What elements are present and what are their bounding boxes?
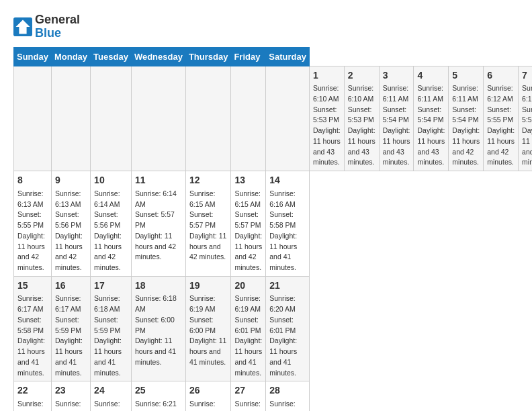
daylight-text: Daylight: 11 hours and 42 minutes. [452,126,480,166]
calendar-day-17: 17Sunrise: 6:18 AMSunset: 5:59 PMDayligh… [91,276,132,381]
calendar-day-11: 11Sunrise: 6:14 AMSunset: 5:57 PMDayligh… [131,171,185,277]
day-number: 20 [234,279,262,293]
calendar-day-10: 10Sunrise: 6:14 AMSunset: 5:56 PMDayligh… [91,171,132,277]
sunset-text: Sunset: 6:00 PM [135,316,175,334]
calendar-day-4: 4Sunrise: 6:11 AMSunset: 5:54 PMDaylight… [414,66,449,171]
calendar-day-16: 16Sunrise: 6:17 AMSunset: 5:59 PMDayligh… [51,276,90,381]
empty-cell [91,66,132,171]
day-header-friday: Friday [231,47,266,66]
calendar-day-6: 6Sunrise: 6:12 AMSunset: 5:55 PMDaylight… [484,66,519,171]
empty-cell [266,66,310,171]
calendar-day-27: 27Sunrise: 6:22 AMSunset: 6:04 PMDayligh… [231,381,266,411]
day-number: 1 [313,69,341,83]
day-number: 21 [269,279,306,293]
daylight-text: Daylight: 11 hours and 42 minutes. [135,232,176,261]
calendar-week-2: 8Sunrise: 6:13 AMSunset: 5:55 PMDaylight… [14,171,533,277]
day-number: 16 [55,279,87,293]
empty-cell [131,66,185,171]
sunrise-text: Sunrise: 6:13 AM [55,189,81,208]
day-number: 27 [234,384,262,398]
calendar-day-12: 12Sunrise: 6:15 AMSunset: 5:57 PMDayligh… [185,171,231,277]
sunset-text: Sunset: 5:59 PM [94,316,120,334]
day-header-thursday: Thursday [185,47,231,66]
calendar-day-26: 26Sunrise: 6:22 AMSunset: 6:04 PMDayligh… [185,381,231,411]
daylight-text: Daylight: 11 hours and 42 minutes. [94,232,122,271]
daylight-text: Daylight: 11 hours and 42 minutes. [522,126,532,166]
sunrise-text: Sunrise: 6:19 AM [189,294,216,313]
empty-cell [14,66,52,171]
sunrise-text: Sunrise: 6:18 AM [94,294,120,313]
sunset-text: Sunset: 5:54 PM [383,105,409,124]
sunrise-text: Sunrise: 6:12 AM [487,84,513,103]
daylight-text: Daylight: 11 hours and 42 minutes. [55,232,83,271]
day-number: 23 [55,384,87,398]
day-number: 17 [94,279,128,293]
calendar-week-4: 22Sunrise: 6:20 AMSunset: 6:02 PMDayligh… [14,381,533,411]
calendar-day-18: 18Sunrise: 6:18 AMSunset: 6:00 PMDayligh… [131,276,185,381]
sunrise-text: Sunrise: 6:17 AM [17,294,44,313]
day-number: 25 [135,384,182,398]
day-number: 9 [55,174,87,187]
sunrise-text: Sunrise: 6:18 AM [135,294,177,313]
sunrise-text: Sunrise: 6:14 AM [135,189,177,208]
day-number: 6 [487,69,515,83]
day-number: 22 [17,384,48,398]
calendar-day-3: 3Sunrise: 6:11 AMSunset: 5:54 PMDaylight… [379,66,414,171]
sunset-text: Sunset: 5:59 PM [55,316,81,334]
sunrise-text: Sunrise: 6:10 AM [313,84,339,103]
sunrise-text: Sunrise: 6:20 AM [269,294,296,313]
day-header-wednesday: Wednesday [131,47,185,66]
sunset-text: Sunset: 5:54 PM [452,105,478,124]
day-number: 3 [383,69,410,83]
sunset-text: Sunset: 5:53 PM [313,105,339,124]
logo-text: General Blue [35,13,80,40]
sunrise-text: Sunrise: 6:15 AM [234,189,261,208]
day-number: 28 [269,384,306,398]
sunrise-text: Sunrise: 6:21 AM [94,400,120,411]
sunset-text: Sunset: 5:55 PM [487,105,513,124]
day-header-sunday: Sunday [14,47,52,66]
calendar-day-15: 15Sunrise: 6:17 AMSunset: 5:58 PMDayligh… [14,276,52,381]
sunset-text: Sunset: 5:57 PM [234,210,261,229]
sunrise-text: Sunrise: 6:23 AM [269,400,296,411]
calendar-day-2: 2Sunrise: 6:10 AMSunset: 5:53 PMDaylight… [344,66,379,171]
calendar-day-23: 23Sunrise: 6:21 AMSunset: 6:02 PMDayligh… [51,381,90,411]
daylight-text: Daylight: 11 hours and 41 minutes. [269,232,297,271]
sunrise-text: Sunrise: 6:17 AM [55,294,81,313]
daylight-text: Daylight: 11 hours and 43 minutes. [313,126,341,166]
day-number: 12 [189,174,228,187]
calendar-day-7: 7Sunrise: 6:12 AMSunset: 5:55 PMDaylight… [519,66,532,171]
daylight-text: Daylight: 11 hours and 41 minutes. [55,336,83,376]
sunset-text: Sunset: 6:01 PM [234,316,261,334]
daylight-text: Daylight: 11 hours and 41 minutes. [135,336,176,366]
sunset-text: Sunset: 5:55 PM [17,210,44,229]
calendar-day-20: 20Sunrise: 6:19 AMSunset: 6:01 PMDayligh… [231,276,266,381]
sunset-text: Sunset: 6:00 PM [189,316,216,334]
sunrise-text: Sunrise: 6:22 AM [234,400,261,411]
sunset-text: Sunset: 5:56 PM [55,210,81,229]
day-header-monday: Monday [51,47,90,66]
day-number: 19 [189,279,228,293]
sunrise-text: Sunrise: 6:21 AM [55,400,81,411]
day-number: 2 [348,69,375,83]
calendar-day-9: 9Sunrise: 6:13 AMSunset: 5:56 PMDaylight… [51,171,90,277]
day-number: 8 [17,174,48,187]
empty-cell [231,66,266,171]
day-number: 15 [17,279,48,293]
calendar-day-19: 19Sunrise: 6:19 AMSunset: 6:00 PMDayligh… [185,276,231,381]
sunrise-text: Sunrise: 6:19 AM [234,294,261,313]
day-number: 11 [135,174,182,187]
calendar-day-5: 5Sunrise: 6:11 AMSunset: 5:54 PMDaylight… [449,66,484,171]
calendar-day-13: 13Sunrise: 6:15 AMSunset: 5:57 PMDayligh… [231,171,266,277]
sunset-text: Sunset: 5:58 PM [269,210,296,229]
sunrise-text: Sunrise: 6:11 AM [383,84,409,103]
sunset-text: Sunset: 5:53 PM [348,105,374,124]
calendar-table: SundayMondayTuesdayWednesdayThursdayFrid… [13,47,532,411]
calendar-day-22: 22Sunrise: 6:20 AMSunset: 6:02 PMDayligh… [14,381,52,411]
daylight-text: Daylight: 11 hours and 41 minutes. [234,336,262,376]
logo: General Blue [13,13,80,40]
day-number: 4 [417,69,445,83]
calendar-week-1: 1Sunrise: 6:10 AMSunset: 5:53 PMDaylight… [14,66,533,171]
daylight-text: Daylight: 11 hours and 42 minutes. [189,232,226,261]
daylight-text: Daylight: 11 hours and 42 minutes. [487,126,515,166]
